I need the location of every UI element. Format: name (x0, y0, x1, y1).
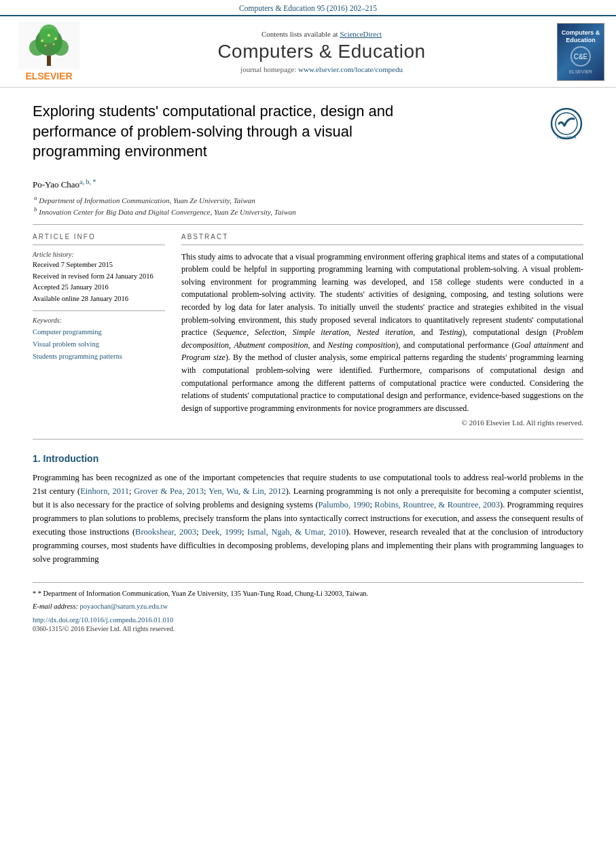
article-dates: Received 7 September 2015 Received in re… (33, 260, 165, 305)
journal-thumbnail: Computers &Education C&E ELSEVIER (554, 23, 608, 81)
title-row: Exploring students' computational practi… (33, 101, 583, 171)
svg-point-6 (41, 39, 43, 42)
issn-line: 0360-1315/© 2016 Elsevier Ltd. All right… (33, 625, 583, 632)
journal-cover-image: Computers &Education C&E ELSEVIER (557, 23, 604, 81)
author-line: Po-Yao Chaoa, b, * (33, 178, 583, 190)
svg-point-10 (53, 43, 55, 46)
history-label: Article history: (33, 251, 165, 258)
info-divider (33, 245, 165, 245)
footnote-address: * * Department of Information Communicat… (33, 588, 583, 599)
ref-deek[interactable]: Deek, 1999 (202, 527, 242, 537)
date-online: Available online 28 January 2016 (33, 295, 128, 302)
email-label: E-mail address: (33, 603, 78, 610)
keyword-2[interactable]: Visual problem solving (33, 338, 165, 351)
elsevier-wordmark: ELSEVIER (25, 71, 72, 82)
crossmark-badge: CrossMark (549, 107, 583, 141)
ref-robins[interactable]: Robins, Rountree, & Rountree, 2003 (374, 500, 500, 509)
ref-ismal[interactable]: Ismal, Ngah, & Umar, 2010 (247, 527, 346, 537)
keywords-block: Keywords: Computer programming Visual pr… (33, 317, 165, 363)
journal-center: Contents lists available at ScienceDirec… (98, 30, 545, 73)
footnote-address-text: * Department of Information Communicatio… (38, 590, 369, 597)
affiliation-a: a Department of Information Communicatio… (34, 194, 583, 204)
svg-point-7 (54, 37, 57, 40)
journal-homepage-line: journal homepage: www.elsevier.com/locat… (98, 65, 545, 73)
abstract-divider (181, 245, 583, 245)
journal-title: Computers & Education (98, 41, 545, 62)
affil-sup-b: b (34, 206, 37, 213)
header-divider (33, 224, 583, 225)
article-title: Exploring students' computational practi… (33, 101, 427, 162)
contents-available: Contents lists available at ScienceDirec… (98, 30, 545, 38)
copyright-line: © 2016 Elsevier Ltd. All rights reserved… (181, 418, 583, 427)
svg-rect-1 (47, 56, 51, 66)
affil-text-a: Department of Information Communication,… (39, 196, 255, 204)
keyword-3[interactable]: Students programming patterns (33, 351, 165, 363)
affil-sup-a: a (34, 194, 37, 201)
email-link[interactable]: poyaochan@saturn.yzu.edu.tw (80, 603, 168, 610)
abstract-text: This study aims to advocate that a visua… (181, 251, 583, 415)
doi-link[interactable]: http://dx.doi.org/10.1016/j.compedu.2016… (33, 616, 583, 624)
section-divider (33, 439, 583, 440)
footnote-star-icon: * (33, 590, 36, 597)
footnote-area: * * Department of Information Communicat… (33, 582, 583, 632)
introduction-section: 1. Introduction Programming has been rec… (33, 453, 583, 566)
introduction-paragraph: Programming has been recognized as one o… (33, 471, 583, 566)
introduction-heading: 1. Introduction (33, 453, 583, 464)
ref-grover[interactable]: Grover & Pea, 2013 (134, 486, 204, 496)
sciencedirect-link[interactable]: ScienceDirect (340, 30, 382, 38)
svg-point-3 (29, 39, 46, 56)
affiliation-b: b Innovation Center for Big Data and Dig… (34, 206, 583, 216)
main-content: Exploring students' computational practi… (0, 88, 616, 646)
keyword-1[interactable]: Computer programming (33, 326, 165, 338)
elsevier-tree-icon (18, 22, 79, 69)
ref-palumbo[interactable]: Palumbo, 1990 (319, 500, 370, 509)
svg-point-9 (45, 45, 47, 47)
article-info-column: ARTICLE INFO Article history: Received 7… (33, 233, 165, 427)
ref-einhorn[interactable]: Einhorn, 2011 (80, 486, 129, 496)
abstract-column: ABSTRACT This study aims to advocate tha… (181, 233, 583, 427)
keywords-divider (33, 310, 165, 311)
footnote-email: E-mail address: poyaochan@saturn.yzu.edu… (33, 601, 583, 612)
svg-point-8 (48, 34, 50, 37)
svg-point-4 (52, 39, 69, 56)
affil-text-b: Innovation Center for Big Data and Digit… (39, 208, 296, 216)
article-info-label: ARTICLE INFO (33, 233, 165, 240)
ref-brookshear[interactable]: Brookshear, 2003 (135, 527, 196, 537)
author-sup: a, b, * (79, 178, 96, 185)
date-accepted: Accepted 25 January 2016 (33, 283, 109, 291)
abstract-label: ABSTRACT (181, 233, 583, 240)
date-received: Received 7 September 2015 (33, 261, 113, 268)
keywords-label: Keywords: (33, 317, 165, 324)
top-citation-bar: Computers & Education 95 (2016) 202–215 (0, 0, 616, 15)
homepage-url[interactable]: www.elsevier.com/locate/compedu (298, 65, 403, 73)
journal-header: ELSEVIER Contents lists available at Sci… (0, 15, 616, 88)
article-history-block: Article history: Received 7 September 20… (33, 251, 165, 305)
author-name: Po-Yao Chao (33, 179, 79, 190)
article-info-abstract: ARTICLE INFO Article history: Received 7… (33, 233, 583, 427)
elsevier-logo: ELSEVIER (8, 22, 90, 82)
ref-yen[interactable]: Yen, Wu, & Lin, 2012 (209, 486, 286, 496)
date-revised: Received in revised form 24 January 2016 (33, 272, 153, 280)
svg-text:CrossMark: CrossMark (556, 135, 577, 139)
citation-text: Computers & Education 95 (2016) 202–215 (239, 4, 377, 12)
